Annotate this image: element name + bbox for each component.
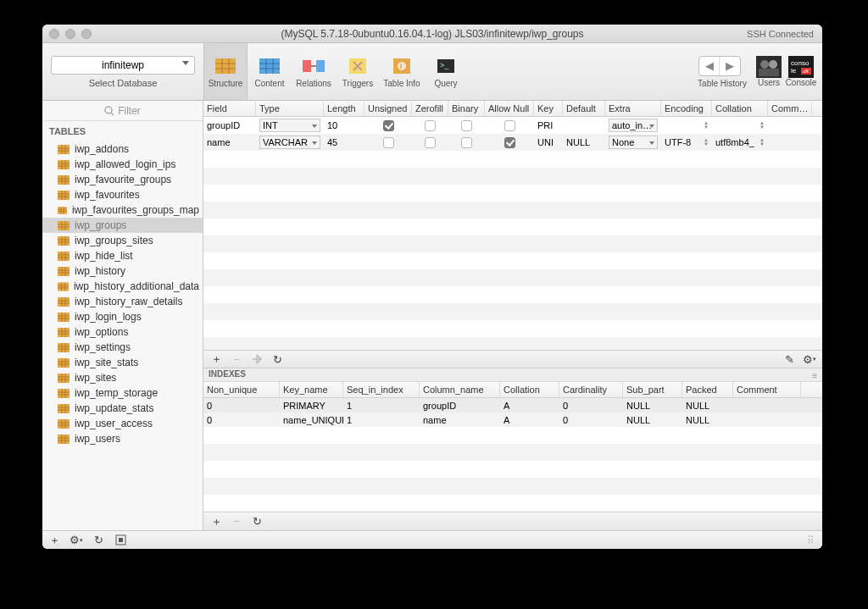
- table-row[interactable]: iwp_history_raw_details: [42, 294, 203, 309]
- index-header-cell[interactable]: Column_name: [420, 382, 500, 397]
- checkbox[interactable]: [425, 137, 436, 148]
- column-header-cell[interactable]: Unsigned: [364, 101, 412, 116]
- edit-button[interactable]: ✎: [780, 352, 798, 367]
- field-default[interactable]: NULL: [563, 137, 605, 147]
- tab-triggers[interactable]: Triggers: [336, 43, 380, 100]
- tab-table-info[interactable]: iTable Info: [380, 43, 424, 100]
- table-row[interactable]: iwp_favourites_groups_map: [42, 202, 203, 218]
- table-row[interactable]: iwp_addons: [42, 141, 203, 157]
- field-row[interactable]: nameVARCHAR45UNINULLNoneUTF-8▲▼utf8mb4_▲…: [203, 134, 822, 151]
- table-action-menu[interactable]: ⚙▾: [68, 533, 85, 548]
- column-header-cell[interactable]: Binary: [448, 101, 485, 116]
- table-row[interactable]: iwp_groups_sites: [42, 233, 203, 248]
- dropdown[interactable]: None: [609, 136, 658, 149]
- column-header-cell[interactable]: Field: [203, 101, 256, 116]
- toggle-info-button[interactable]: [112, 533, 129, 548]
- add-column-button[interactable]: ＋: [207, 352, 225, 367]
- history-back-button[interactable]: ◀: [699, 57, 720, 75]
- column-header-cell[interactable]: Comm…: [768, 101, 812, 116]
- dropdown[interactable]: INT: [259, 119, 320, 132]
- column-header-cell[interactable]: Type: [256, 101, 324, 116]
- index-header-cell[interactable]: Cardinality: [559, 382, 623, 397]
- index-header-cell[interactable]: Non_unique: [203, 382, 280, 397]
- index-header-cell[interactable]: Key_name: [280, 382, 343, 397]
- column-header-cell[interactable]: Encoding: [661, 101, 712, 116]
- table-row[interactable]: iwp_temp_storage: [42, 385, 203, 401]
- remove-column-button[interactable]: −: [227, 352, 246, 367]
- settings-gear-button[interactable]: ⚙▾: [800, 352, 819, 367]
- add-table-button[interactable]: ＋: [46, 533, 63, 548]
- stepper-icon[interactable]: ▲▼: [704, 121, 709, 130]
- index-row[interactable]: 0PRIMARY1groupIDA0NULLNULL: [203, 398, 822, 412]
- column-header-cell[interactable]: Default: [563, 101, 605, 116]
- field-encoding[interactable]: UTF-8▲▼: [661, 137, 712, 147]
- field-length[interactable]: 10: [324, 120, 364, 130]
- table-row[interactable]: iwp_groups: [42, 218, 203, 233]
- tab-relations[interactable]: Relations: [292, 43, 336, 100]
- history-forward-button[interactable]: ▶: [720, 57, 740, 75]
- users-button[interactable]: Users: [753, 56, 785, 87]
- svg-text:off: off: [803, 69, 809, 74]
- table-row[interactable]: iwp_history: [42, 263, 203, 279]
- duplicate-column-button[interactable]: [248, 352, 266, 367]
- filter-input[interactable]: Filter: [42, 101, 203, 121]
- table-row[interactable]: iwp_sites: [42, 370, 203, 385]
- svg-rect-79: [58, 297, 70, 307]
- dropdown[interactable]: VARCHAR: [259, 136, 320, 149]
- checkbox[interactable]: [461, 120, 472, 131]
- table-name: iwp_history_additional_data: [74, 280, 199, 292]
- dropdown[interactable]: auto_in…: [609, 119, 658, 132]
- stepper-icon[interactable]: ▲▼: [760, 138, 765, 147]
- console-button[interactable]: consoleoff Console: [785, 56, 817, 87]
- table-row[interactable]: iwp_options: [42, 324, 203, 340]
- add-index-button[interactable]: ＋: [207, 514, 225, 529]
- column-header-cell[interactable]: Allow Null: [485, 101, 534, 116]
- table-row[interactable]: iwp_allowed_login_ips: [42, 157, 203, 172]
- tab-content[interactable]: Content: [248, 43, 292, 100]
- column-header-cell[interactable]: Collation: [712, 101, 768, 116]
- stepper-icon[interactable]: ▲▼: [760, 121, 765, 130]
- table-row[interactable]: iwp_hide_list: [42, 248, 203, 263]
- tab-query[interactable]: >_Query: [424, 43, 468, 100]
- relations-icon: [301, 55, 326, 77]
- index-header-cell[interactable]: Comment: [733, 382, 801, 397]
- refresh-indexes-button[interactable]: ↻: [248, 514, 266, 529]
- checkbox[interactable]: [504, 120, 515, 131]
- table-row[interactable]: iwp_favourites: [42, 187, 203, 202]
- database-select[interactable]: infinitewp: [51, 56, 195, 75]
- field-collation[interactable]: ▲▼: [712, 121, 768, 130]
- tab-structure[interactable]: Structure: [203, 43, 248, 100]
- checkbox[interactable]: [425, 120, 436, 131]
- checkbox[interactable]: [504, 137, 515, 148]
- index-header-cell[interactable]: Collation: [500, 382, 559, 397]
- table-row[interactable]: iwp_login_logs: [42, 309, 203, 324]
- table-row[interactable]: iwp_user_access: [42, 416, 203, 431]
- column-header-cell[interactable]: Zerofill: [412, 101, 448, 116]
- table-row[interactable]: iwp_settings: [42, 340, 203, 355]
- table-row[interactable]: iwp_site_stats: [42, 355, 203, 370]
- field-length[interactable]: 45: [324, 137, 364, 147]
- field-collation[interactable]: utf8mb4_▲▼: [712, 137, 768, 147]
- remove-index-button[interactable]: −: [227, 514, 246, 529]
- table-row[interactable]: iwp_favourite_groups: [42, 172, 203, 187]
- checkbox[interactable]: [383, 120, 394, 131]
- refresh-tables-button[interactable]: ↻: [90, 533, 107, 548]
- index-header-cell[interactable]: Sub_part: [623, 382, 682, 397]
- column-header-cell[interactable]: Extra: [605, 101, 661, 116]
- refresh-columns-button[interactable]: ↻: [268, 352, 287, 367]
- table-row[interactable]: iwp_update_stats: [42, 401, 203, 416]
- checkbox[interactable]: [383, 137, 394, 148]
- checkbox[interactable]: [461, 137, 472, 148]
- stepper-icon[interactable]: ▲▼: [704, 138, 709, 147]
- field-encoding[interactable]: ▲▼: [661, 121, 712, 130]
- collapse-icon[interactable]: ≡: [812, 371, 817, 380]
- index-header-cell[interactable]: Seq_in_index: [343, 382, 420, 397]
- index-header-cell[interactable]: Packed: [682, 382, 733, 397]
- column-header-cell[interactable]: Length: [324, 101, 364, 116]
- column-header-cell[interactable]: Key: [534, 101, 563, 116]
- table-row[interactable]: iwp_users: [42, 431, 203, 446]
- field-row[interactable]: groupIDINT10PRIauto_in…▲▼▲▼: [203, 117, 822, 134]
- index-row[interactable]: 0name_UNIQUE1nameA0NULLNULL: [203, 412, 822, 427]
- table-row[interactable]: iwp_history_additional_data: [42, 279, 203, 294]
- resize-handle-icon[interactable]: ⠿: [807, 534, 815, 546]
